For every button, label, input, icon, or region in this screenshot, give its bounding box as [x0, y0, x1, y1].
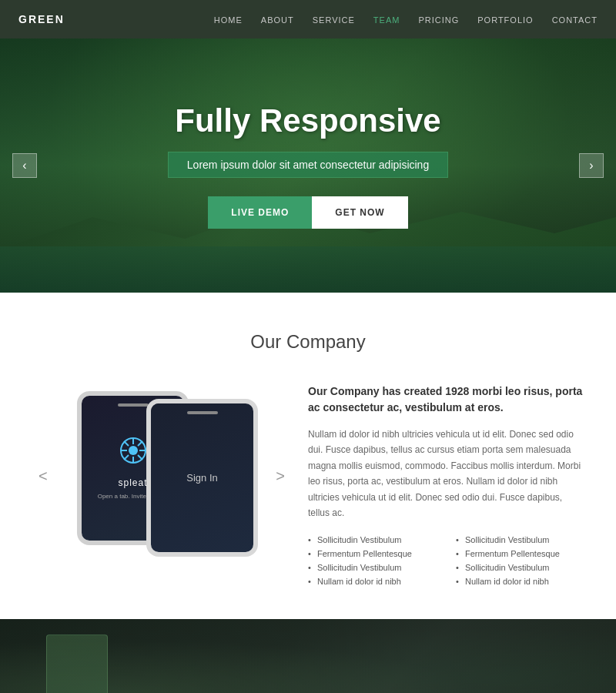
nav-item-about[interactable]: ABOUT [261, 12, 294, 26]
company-heading: Our Company has created 1928 morbi leo r… [308, 383, 585, 416]
feature-item: Nullam id dolor id nibh [456, 574, 585, 588]
phone-front: Sign In [146, 399, 258, 557]
svg-line-6 [124, 441, 129, 446]
feature-list-right: Sollicitudin Vestibulum Fermentum Pellen… [456, 533, 585, 588]
live-demo-button[interactable]: LIVE DEMO [208, 196, 312, 229]
company-section: Our Company < [0, 293, 616, 619]
nav-item-contact[interactable]: CONTACT [552, 12, 598, 26]
nav-item-pricing[interactable]: PRICING [418, 12, 459, 26]
feature-item: Fermentum Pellentesque [456, 547, 585, 561]
company-text-block: Our Company has created 1928 morbi leo r… [308, 383, 585, 588]
nav-item-portfolio[interactable]: PORTFOLIO [477, 12, 533, 26]
food-section: Nunc velit risus, dapibus non interdum q… [0, 619, 616, 693]
brand-logo: GREEN [18, 13, 65, 25]
nav-item-team[interactable]: TEAM [373, 12, 400, 26]
feature-item: Fermentum Pellentesque [308, 547, 437, 561]
spleat-logo-icon [119, 437, 147, 470]
signin-label: Sign In [186, 472, 217, 484]
hero-title: Fully Responsive [168, 102, 448, 139]
nav-item-home[interactable]: HOME [214, 12, 243, 26]
svg-line-7 [138, 455, 142, 460]
hero-content: Fully Responsive Lorem ipsum dolor sit a… [152, 87, 464, 244]
feature-item: Sollicitudin Vestibulum [308, 533, 437, 547]
feature-list-left: Sollicitudin Vestibulum Fermentum Pellen… [308, 533, 437, 588]
svg-line-8 [138, 441, 142, 446]
navbar: GREEN HOME ABOUT SERVICE TEAM PRICING PO… [0, 0, 616, 38]
nav-menu: HOME ABOUT SERVICE TEAM PRICING PORTFOLI… [214, 12, 598, 26]
carousel-next-button[interactable]: > [276, 467, 285, 485]
section-title: Our Company [31, 331, 585, 353]
feature-item: Sollicitudin Vestibulum [456, 561, 585, 574]
svg-point-1 [129, 446, 138, 455]
nav-item-service[interactable]: SERVICE [313, 12, 355, 26]
feature-item: Nullam id dolor id nibh [308, 574, 437, 588]
company-feature-lists: Sollicitudin Vestibulum Fermentum Pellen… [308, 533, 585, 588]
company-body: Nullam id dolor id nibh ultricies vehicu… [308, 427, 585, 521]
hero-prev-button[interactable]: ‹ [12, 153, 37, 178]
food-glass-decoration [46, 634, 108, 693]
phone-mockups: spleat Open a tab. Invite friends. Sign … [31, 383, 277, 568]
hero-section: ‹ Fully Responsive Lorem ipsum dolor sit… [0, 38, 616, 293]
spleat-name-label: spleat [118, 477, 147, 488]
hero-subtitle: Lorem ipsum dolor sit amet consectetur a… [168, 152, 448, 178]
get-now-button[interactable]: GET NOW [312, 196, 407, 229]
feature-item: Sollicitudin Vestibulum [308, 561, 437, 574]
carousel-prev-button[interactable]: < [38, 467, 48, 485]
hero-next-button[interactable]: › [579, 153, 604, 178]
hero-buttons: LIVE DEMO GET NOW [168, 196, 448, 229]
company-content: < [31, 383, 585, 588]
svg-line-9 [124, 455, 129, 460]
phone-front-screen: Sign In [151, 403, 253, 552]
feature-item: Sollicitudin Vestibulum [456, 533, 585, 547]
